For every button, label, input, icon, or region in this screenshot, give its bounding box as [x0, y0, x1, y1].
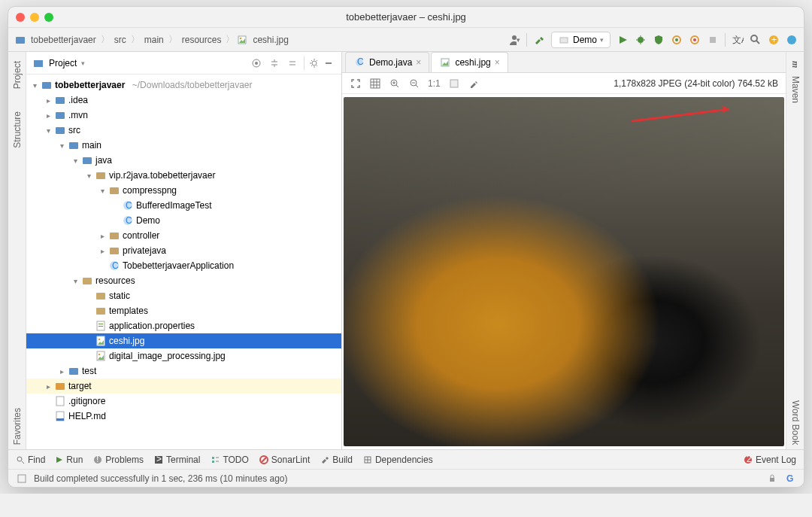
tree-item-app-class[interactable]: CTobebetterjavaerApplication: [26, 258, 341, 273]
search-icon[interactable]: [750, 34, 762, 46]
select-opened-file-icon[interactable]: [250, 56, 263, 70]
background-icon[interactable]: [448, 78, 460, 90]
editor-tab-ceshi[interactable]: ceshi.jpg ×: [431, 52, 508, 72]
build-toolwindow-button[interactable]: Build: [320, 455, 353, 465]
tree-item-test[interactable]: ▸test: [26, 363, 341, 379]
tree-item-bufferedimagetest[interactable]: CBufferedImageTest: [26, 198, 341, 213]
tree-item-static[interactable]: static: [26, 288, 341, 303]
sonarlint-toolwindow-button[interactable]: SonarLint: [259, 455, 310, 465]
tree-item-demo-class[interactable]: CDemo: [26, 213, 341, 228]
status-message: Build completed successfully in 1 sec, 2…: [34, 473, 288, 484]
svg-text:!: !: [96, 455, 98, 464]
svg-point-23: [255, 62, 258, 65]
structure-toolwindow-tab[interactable]: Structure: [11, 107, 24, 153]
svg-line-71: [416, 85, 418, 87]
svg-rect-46: [98, 324, 103, 324]
tree-item-ceshi[interactable]: ceshi.jpg: [26, 333, 341, 348]
svg-rect-26: [42, 82, 51, 89]
crumb-2[interactable]: main: [141, 33, 167, 47]
svg-rect-72: [450, 80, 458, 87]
tree-item-src[interactable]: ▾src: [26, 123, 341, 138]
google-icon[interactable]: G: [784, 473, 796, 485]
expand-all-icon[interactable]: [268, 56, 281, 70]
crumb-4[interactable]: ceshi.jpg: [250, 33, 291, 47]
collapse-all-icon[interactable]: [286, 56, 299, 70]
image-view[interactable]: [342, 94, 786, 449]
tree-item-digital[interactable]: digital_image_processing.jpg: [26, 348, 341, 363]
close-tab-icon[interactable]: ×: [495, 57, 500, 68]
plugin-icon[interactable]: [786, 34, 798, 46]
lock-icon[interactable]: [766, 473, 778, 485]
eventlog-toolwindow-button[interactable]: 2Event Log: [744, 455, 796, 465]
tree-item-pkg[interactable]: ▾vip.r2java.tobebetterjavaer: [26, 168, 341, 183]
hide-panel-icon[interactable]: [322, 56, 335, 70]
crumb-0[interactable]: tobebetterjavaer: [28, 33, 99, 47]
user-icon[interactable]: ▾: [508, 34, 520, 46]
dependencies-toolwindow-button[interactable]: Dependencies: [363, 455, 433, 465]
tree-item-target[interactable]: ▸target: [26, 379, 341, 394]
debug-icon[interactable]: [635, 34, 647, 46]
tree-item-gitignore[interactable]: .gitignore: [26, 394, 341, 409]
svg-text:2: 2: [747, 455, 752, 464]
translate-icon[interactable]: 文A: [732, 34, 744, 46]
svg-text:>: >: [156, 455, 162, 464]
run-config-icon: [558, 34, 570, 46]
tree-item-idea[interactable]: ▸.idea: [26, 93, 341, 108]
svg-text:C: C: [126, 215, 132, 226]
tree-item-controller[interactable]: ▸controller: [26, 228, 341, 243]
run-toolwindow-button[interactable]: Run: [56, 455, 83, 465]
color-picker-icon[interactable]: [468, 78, 480, 90]
profile2-icon[interactable]: [689, 34, 701, 46]
svg-point-5: [638, 37, 644, 43]
tree-item-appprops[interactable]: application.properties: [26, 318, 341, 333]
tree-item-templates[interactable]: templates: [26, 303, 341, 318]
svg-rect-39: [110, 248, 119, 254]
project-view-dropdown[interactable]: ▾: [81, 59, 85, 67]
sync-icon[interactable]: +: [768, 34, 780, 46]
svg-rect-29: [56, 127, 65, 134]
titlebar: tobebetterjavaer – ceshi.jpg: [8, 7, 804, 28]
run-icon[interactable]: [617, 34, 629, 46]
close-tab-icon[interactable]: ×: [416, 57, 421, 68]
wordbook-toolwindow-tab[interactable]: Word Book: [789, 396, 802, 449]
fullscreen-icon[interactable]: [350, 78, 362, 90]
svg-rect-43: [96, 293, 105, 300]
tree-item-mvn[interactable]: ▸.mvn: [26, 108, 341, 123]
svg-rect-30: [69, 142, 78, 149]
hammer-icon[interactable]: [533, 34, 545, 46]
svg-rect-80: [212, 457, 214, 459]
tree-item-java[interactable]: ▾java: [26, 153, 341, 168]
terminal-toolwindow-button[interactable]: >Terminal: [154, 455, 200, 465]
zoom-ratio[interactable]: 1:1: [428, 78, 441, 89]
favorites-toolwindow-tab[interactable]: Favorites: [11, 403, 24, 449]
zoom-in-icon[interactable]: [389, 78, 401, 90]
project-tree[interactable]: ▾tobebetterjavaer ~/Downloads/tobebetter…: [26, 75, 341, 449]
svg-rect-25: [326, 62, 332, 64]
stop-icon[interactable]: [707, 34, 719, 46]
tree-item-compresspng[interactable]: ▾compresspng: [26, 183, 341, 198]
find-toolwindow-button[interactable]: Find: [16, 455, 45, 465]
project-panel: Project ▾ ▾tobebetterjavaer ~/Downloads/…: [26, 52, 342, 449]
todo-toolwindow-button[interactable]: TODO: [211, 455, 248, 465]
settings-icon[interactable]: [304, 56, 317, 70]
problems-toolwindow-button[interactable]: !Problems: [93, 455, 144, 465]
run-config-dropdown[interactable]: Demo ▾: [551, 32, 611, 48]
tree-item-privatejava[interactable]: ▸privatejava: [26, 243, 341, 258]
editor-tab-demo[interactable]: C Demo.java ×: [345, 52, 429, 72]
crumb-3[interactable]: resources: [179, 33, 225, 47]
grid-icon[interactable]: [369, 78, 381, 90]
zoom-out-icon[interactable]: [408, 78, 420, 90]
tree-item-resources[interactable]: ▾resources: [26, 273, 341, 288]
svg-rect-42: [83, 278, 92, 284]
status-icon[interactable]: [16, 473, 28, 485]
tree-root[interactable]: ▾tobebetterjavaer ~/Downloads/tobebetter…: [26, 78, 341, 93]
coverage-icon[interactable]: [653, 34, 665, 46]
crumb-1[interactable]: src: [111, 33, 129, 47]
maven-toolwindow-tab[interactable]: m Maven: [788, 56, 802, 108]
project-toolwindow-tab[interactable]: Project: [11, 56, 24, 93]
profile-icon[interactable]: [671, 34, 683, 46]
tree-item-helpmd[interactable]: HELP.md: [26, 409, 341, 424]
tree-item-main[interactable]: ▾main: [26, 138, 341, 153]
image-file-icon: [439, 56, 451, 68]
svg-rect-91: [18, 475, 26, 482]
